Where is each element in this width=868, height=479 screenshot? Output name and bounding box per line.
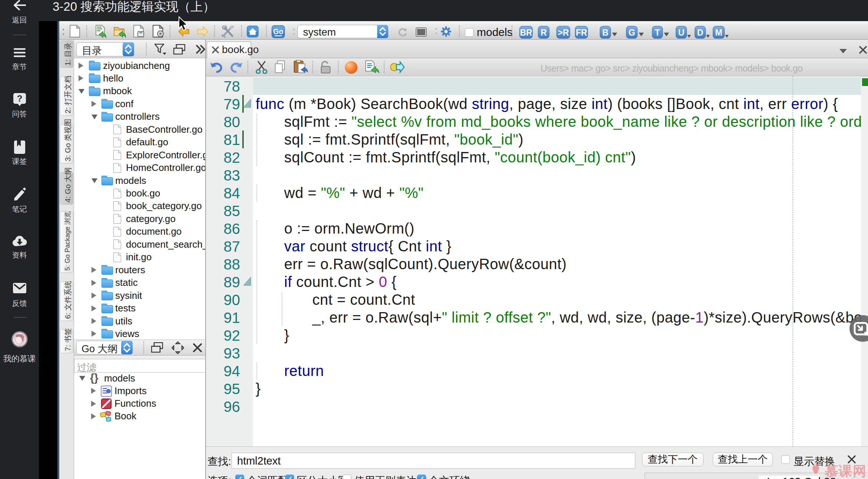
svg-text:?: ? [17, 93, 23, 103]
svg-text:Go: Go [273, 27, 283, 36]
